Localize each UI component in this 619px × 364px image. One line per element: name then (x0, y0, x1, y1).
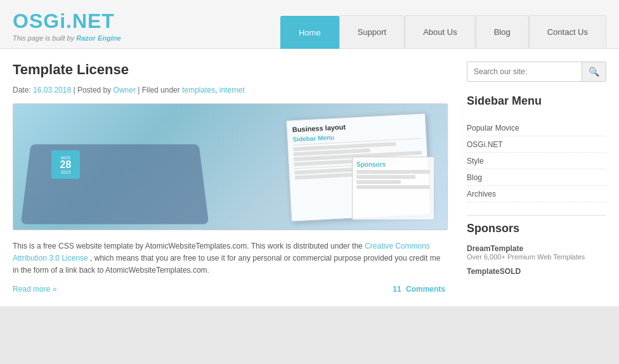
comments-count: 11 Comments (393, 285, 448, 294)
search-input[interactable] (467, 62, 582, 81)
sponsor-line-4 (356, 185, 430, 189)
site-title: OSGi.NET (13, 10, 121, 33)
list-item: OSGi.NET (467, 136, 606, 153)
sidebar-link-archives[interactable]: Archives (467, 190, 496, 198)
sidebar: 🔍 Sidebar Menu Popular Movice OSGi.NET S… (467, 62, 606, 294)
sidebar-link-osgi[interactable]: OSGi.NET (467, 140, 503, 149)
comments-number: 11 (393, 285, 401, 294)
sponsor-line-2 (356, 175, 415, 179)
list-item: Archives (467, 186, 606, 202)
sidebar-link-blog[interactable]: Blog (467, 173, 482, 182)
hero-image: AUG 28 2015 Business layout Sidebar Menu (13, 103, 448, 230)
sponsor-item-1: DreamTemplate Over 6,000+ Premium Web Te… (467, 244, 606, 261)
main-nav: Home Support About Us Blog Contact Us (280, 15, 606, 48)
author-link[interactable]: Owner (114, 86, 136, 94)
sponsors-title: Sponsors (467, 222, 606, 235)
read-more-link[interactable]: Read more » (13, 285, 56, 294)
badge-year: 2015 (61, 170, 71, 174)
keyboard-decoration (21, 145, 209, 224)
content-area: Template License Date: 16.03.2018 | Post… (0, 49, 619, 306)
sponsor-name-1: DreamTemplate (467, 244, 606, 253)
date-label: Date: (13, 86, 31, 94)
post-date[interactable]: 16.03.2018 (33, 86, 71, 94)
sponsor-desc-1: Over 6,000+ Premium Web Templates (467, 253, 606, 261)
main-content: Template License Date: 16.03.2018 | Post… (13, 62, 448, 294)
sidebar-menu-title: Sidebar Menu (467, 94, 606, 111)
nav-item-home[interactable]: Home (280, 16, 339, 49)
list-item: Style (467, 153, 606, 169)
posted-by-label: | Posted by (73, 86, 111, 94)
filed-under-label: | Filed under (138, 86, 180, 94)
tag-internet[interactable]: internet (219, 86, 245, 94)
sponsor-line-1 (356, 170, 430, 174)
sponsors-overlay-title: Sponsors (356, 161, 430, 168)
sponsor-item-2: TemplateSOLD (467, 267, 606, 276)
section-divider (467, 215, 606, 216)
list-item: Popular Movice (467, 120, 606, 136)
post-meta: Date: 16.03.2018 | Posted by Owner | Fil… (13, 86, 448, 94)
sidebar-link-popular[interactable]: Popular Movice (467, 124, 519, 133)
body-text-1: This is a free CSS website template by A… (13, 242, 363, 250)
nav-item-contact[interactable]: Contact Us (529, 15, 606, 48)
page-title: Template License (13, 62, 448, 78)
subtitle-text: This page is built by (13, 34, 74, 42)
logo-area: OSGi.NET This page is built by Razor Eng… (13, 10, 121, 48)
comments-label: Comments (406, 285, 445, 294)
sponsor-line-3 (356, 180, 401, 184)
hero-image-inner: AUG 28 2015 Business layout Sidebar Menu (13, 104, 447, 230)
header: OSGi.NET This page is built by Razor Eng… (0, 0, 619, 49)
nav-item-support[interactable]: Support (339, 15, 405, 48)
nav-item-blog[interactable]: Blog (476, 15, 529, 48)
read-more-row: Read more » 11 Comments (13, 285, 448, 294)
search-box: 🔍 (467, 62, 606, 82)
badge-day: 28 (60, 160, 72, 170)
list-item: Blog (467, 169, 606, 186)
site-subtitle: This page is built by Razor Engine (13, 34, 121, 42)
nav-item-about[interactable]: About Us (405, 15, 475, 48)
date-badge: AUG 28 2015 (51, 150, 80, 179)
sidebar-menu-list: Popular Movice OSGi.NET Style Blog Archi… (467, 120, 606, 202)
sponsors-overlay: Sponsors (352, 157, 434, 220)
post-body: This is a free CSS website template by A… (13, 240, 448, 277)
search-button[interactable]: 🔍 (582, 62, 606, 81)
tag-templates[interactable]: templates (182, 86, 215, 94)
sponsor-name-2: TemplateSOLD (467, 267, 606, 276)
sidebar-link-style[interactable]: Style (467, 157, 484, 166)
engine-name: Razor Engine (76, 34, 121, 42)
